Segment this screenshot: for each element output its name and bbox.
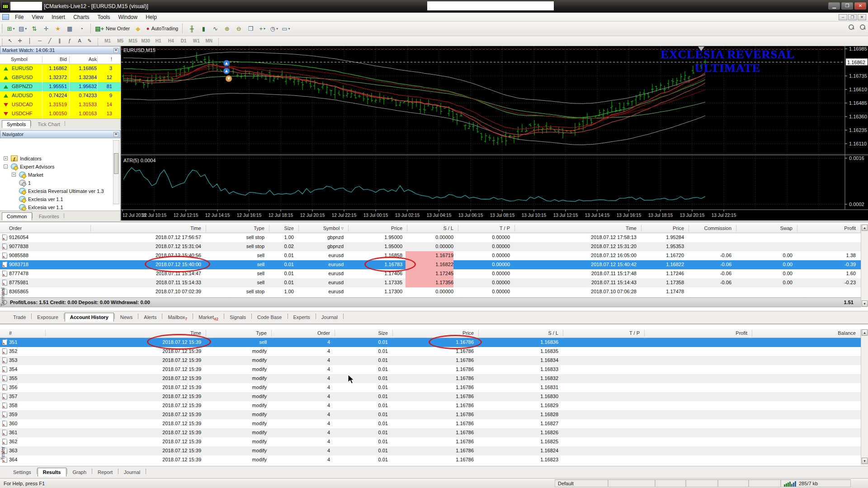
titlebar[interactable]: [CMarkets-Live12 - [EURUSD,M15 (visual)]…	[0, 0, 868, 13]
table-row[interactable]: 87774782018.07.11 15:14:47sell0.01eurusd…	[0, 269, 861, 278]
table-row[interactable]: 3632018.07.12 15:39modify40.011.167861.1…	[0, 446, 861, 455]
market-watch-title[interactable]: Market Watch: 14:06:31 ✕	[0, 46, 120, 54]
strategy-tester-toggle[interactable]: ◔	[76, 23, 87, 34]
find-symbol-icon[interactable]	[860, 24, 865, 30]
tree-item-exclesia-ver-1-1[interactable]: Exclesia ver 1.1	[0, 195, 112, 203]
timeframe-d1[interactable]: D1	[178, 38, 189, 45]
column-header-size[interactable]: Size	[331, 330, 388, 336]
tab-mailbox[interactable]: Mailbox7	[163, 313, 192, 323]
channel-tool[interactable]: ∥	[55, 37, 64, 45]
zoom-in-button[interactable]: ⊕	[222, 23, 232, 34]
column-header-bid[interactable]: Bid	[40, 56, 67, 62]
profiles-button[interactable]: ▤▾	[17, 23, 28, 34]
child-restore-button[interactable]: ❐	[848, 14, 857, 20]
fibonacci-tool[interactable]: ƒ	[65, 37, 74, 45]
column-header-sl[interactable]: S / L	[476, 330, 558, 336]
candlestick-button[interactable]: ▮	[198, 23, 209, 34]
tree-item-exlcesia-ver-1-1[interactable]: Exlcesia ver 1.1	[0, 203, 112, 211]
tab-trade[interactable]: Trade	[8, 313, 31, 321]
column-header-symbol[interactable]: Symbol	[11, 56, 28, 62]
timeframe-h1[interactable]: H1	[152, 38, 164, 45]
tree-item-indicators[interactable]: +fIndicators	[0, 155, 112, 163]
maximize-button[interactable]: ❐	[841, 2, 853, 9]
tab-common[interactable]: Common	[2, 212, 32, 221]
column-header-sl[interactable]: S / L	[406, 225, 453, 231]
expand-icon[interactable]: +	[12, 173, 16, 177]
autotrading-button[interactable]: ● AutoTrading	[146, 23, 179, 34]
column-header-time2[interactable]: Time	[514, 225, 637, 231]
close-icon[interactable]: ✕	[113, 48, 118, 53]
collapse-icon[interactable]: -	[4, 164, 8, 169]
menu-view[interactable]: View	[28, 13, 47, 22]
column-header-type[interactable]: Type	[206, 225, 264, 231]
minimize-button[interactable]: ▁	[828, 2, 840, 9]
column-header-profit[interactable]: Profit	[795, 225, 856, 231]
new-order-button[interactable]: ▤+ New Order	[94, 23, 130, 34]
column-header-symbol[interactable]: Symbol ▿	[296, 225, 344, 231]
zoom-out-button[interactable]: ⊖	[233, 23, 244, 34]
table-row[interactable]: 3522018.07.12 15:39modify40.011.167861.1…	[0, 347, 861, 356]
toolbar-grip[interactable]	[1, 24, 2, 33]
table-row[interactable]: 3542018.07.12 15:39modify40.011.167861.1…	[0, 365, 861, 374]
metaeditor-button[interactable]: ◆	[132, 23, 143, 34]
crosshair-tool[interactable]: ✛	[15, 37, 24, 45]
column-header-type[interactable]: Type	[203, 330, 267, 336]
table-row[interactable]: 90855882018.07.12 15:40:56sell0.01eurusd…	[0, 251, 861, 260]
menu-window[interactable]: Window	[114, 13, 142, 22]
child-close-button[interactable]: ✕	[858, 14, 866, 20]
timeframe-m30[interactable]: M30	[140, 38, 151, 45]
table-row[interactable]: 3552018.07.12 15:39modify40.011.167861.1…	[0, 374, 861, 383]
cursor-tool[interactable]: ↖	[5, 37, 14, 45]
menu-file[interactable]: File	[11, 13, 28, 22]
timeframe-m15[interactable]: M15	[127, 38, 139, 45]
table-row[interactable]: 3582018.07.12 15:39modify40.011.167861.1…	[0, 401, 861, 410]
table-row[interactable]: 83658652018.07.10 07:02:39sell stop1.00e…	[0, 287, 861, 296]
tab-experts[interactable]: Experts	[288, 313, 315, 321]
periods-button[interactable]: ◷▾	[269, 23, 279, 34]
statusbar-profile[interactable]: Default	[555, 479, 608, 487]
column-header-tp[interactable]: T / P	[456, 225, 510, 231]
market-watch-row[interactable]: AUDUSD0.742240.742339	[0, 91, 121, 100]
tab-symbols[interactable]: Symbols	[2, 120, 31, 128]
column-header-price[interactable]: Price	[346, 225, 402, 231]
tab-account-history[interactable]: Account History	[65, 313, 114, 322]
scroll-down-icon[interactable]: ▼	[862, 300, 868, 307]
column-header-commission[interactable]: Commission	[686, 225, 731, 231]
timeframe-mn[interactable]: MN	[203, 38, 215, 45]
arrows-tool[interactable]: ✎	[85, 37, 94, 45]
table-row[interactable]: 3612018.07.12 15:39modify40.011.167861.1…	[0, 428, 861, 437]
table-row[interactable]: 3622018.07.12 15:39modify40.011.167861.1…	[0, 437, 861, 446]
market-watch-row[interactable]: GBPNZD1.955511.9563281	[0, 82, 121, 91]
tab-alerts[interactable]: Alerts	[139, 313, 161, 321]
menu-insert[interactable]: Insert	[47, 13, 69, 22]
market-watch-row[interactable]: USDCHF1.001501.0016313	[0, 109, 121, 118]
new-chart-button[interactable]: ⊞▾	[5, 23, 16, 34]
column-header-time[interactable]: Time	[93, 225, 201, 231]
horizontal-line-tool[interactable]: ─	[35, 37, 44, 45]
search-icon[interactable]	[849, 24, 854, 30]
vertical-line-tool[interactable]: │	[25, 37, 34, 45]
column-header-order[interactable]: Order	[9, 225, 22, 231]
column-header-[interactable]: !	[85, 56, 112, 62]
tab-graph[interactable]: Graph	[68, 468, 92, 476]
timeframe-m5[interactable]: M5	[114, 38, 126, 45]
column-header-num[interactable]: #	[9, 330, 12, 336]
tree-item-market[interactable]: +Market	[0, 171, 112, 179]
tab-code-base[interactable]: Code Base	[252, 313, 287, 321]
market-watch-row[interactable]: EURUSD1.168621.168653	[0, 64, 121, 73]
navigator-title[interactable]: Navigator ✕	[0, 130, 120, 138]
column-header-order[interactable]: Order	[269, 330, 330, 336]
trendline-tool[interactable]: ╱	[45, 37, 54, 45]
market-watch-toggle[interactable]: ⇅	[29, 23, 40, 34]
column-header-swap[interactable]: Swap	[734, 225, 793, 231]
table-row[interactable]: 3602018.07.12 15:39modify40.011.167861.1…	[0, 419, 861, 428]
tab-tick-chart[interactable]: Tick Chart	[33, 121, 65, 128]
table-row[interactable]: 90837182018.07.12 15:40:00sell0.01eurusd…	[0, 260, 861, 269]
column-header-profit[interactable]: Profit	[641, 330, 747, 336]
tab-report[interactable]: Report	[93, 468, 118, 476]
scroll-up-icon[interactable]: ▲	[862, 329, 868, 336]
close-icon[interactable]: ✕	[113, 132, 118, 137]
expand-icon[interactable]: +	[4, 156, 8, 160]
close-button[interactable]: ✕	[854, 2, 866, 9]
scroll-down-icon[interactable]: ▼	[862, 458, 868, 464]
